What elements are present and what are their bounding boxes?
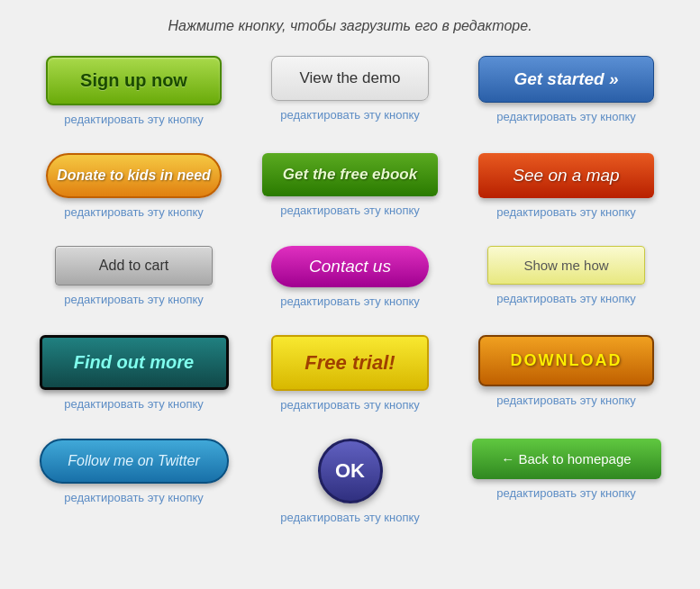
signup-button[interactable]: Sign up now: [46, 56, 222, 105]
edit-back-link[interactable]: редактировать эту кнопку: [496, 486, 636, 500]
edit-signup-link[interactable]: редактировать эту кнопку: [64, 113, 204, 126]
edit-contact-link[interactable]: редактировать эту кнопку: [280, 294, 420, 308]
ebook-button[interactable]: Get the free ebook: [262, 153, 438, 196]
cell-map: See on a map редактировать эту кнопку: [468, 153, 666, 219]
cell-freetrial: Free trial! редактировать эту кнопку: [251, 335, 450, 412]
donate-button[interactable]: Donate to kids in need: [46, 153, 222, 198]
freetrial-button[interactable]: Free trial!: [271, 335, 429, 391]
edit-map-link[interactable]: редактировать эту кнопку: [496, 205, 636, 219]
cell-twitter: Follow me on Twitter редактировать эту к…: [35, 439, 233, 524]
demo-button[interactable]: View the demo: [271, 56, 429, 101]
findout-button[interactable]: Find out more: [40, 335, 229, 390]
contact-button[interactable]: Contact us: [271, 246, 429, 287]
cell-download: DOWNLOAD редактировать эту кнопку: [468, 335, 666, 412]
cell-cart: Add to cart редактировать эту кнопку: [35, 246, 233, 308]
edit-demo-link[interactable]: редактировать эту кнопку: [280, 108, 420, 122]
button-grid: Sign up now редактировать эту кнопку Vie…: [17, 56, 684, 524]
twitter-button[interactable]: Follow me on Twitter: [40, 439, 229, 484]
cart-button[interactable]: Add to cart: [55, 246, 213, 285]
edit-getstarted-link[interactable]: редактировать эту кнопку: [496, 110, 636, 123]
edit-donate-link[interactable]: редактировать эту кнопку: [64, 205, 204, 219]
getstarted-button[interactable]: Get started »: [478, 56, 654, 103]
edit-cart-link[interactable]: редактировать эту кнопку: [64, 293, 204, 306]
cell-show: Show me how редактировать эту кнопку: [468, 246, 666, 308]
edit-show-link[interactable]: редактировать эту кнопку: [496, 292, 636, 305]
cell-back: ← Back to homepage редактировать эту кно…: [468, 439, 666, 524]
map-button[interactable]: See on a map: [478, 153, 654, 198]
edit-ok-link[interactable]: редактировать эту кнопку: [280, 511, 420, 524]
show-button[interactable]: Show me how: [487, 246, 645, 285]
edit-twitter-link[interactable]: редактировать эту кнопку: [64, 491, 204, 504]
cell-getstarted: Get started » редактировать эту кнопку: [468, 56, 666, 126]
edit-findout-link[interactable]: редактировать эту кнопку: [64, 397, 204, 411]
cell-signup: Sign up now редактировать эту кнопку: [35, 56, 233, 126]
cell-ok: OK редактировать эту кнопку: [251, 439, 450, 524]
cell-findout: Find out more редактировать эту кнопку: [35, 335, 233, 412]
page-instruction: Нажмите кнопку, чтобы загрузить его в ре…: [168, 18, 532, 34]
edit-download-link[interactable]: редактировать эту кнопку: [496, 394, 636, 407]
cell-donate: Donate to kids in need редактировать эту…: [35, 153, 233, 219]
cell-demo: View the demo редактировать эту кнопку: [251, 56, 450, 126]
cell-ebook: Get the free ebook редактировать эту кно…: [251, 153, 450, 219]
edit-freetrial-link[interactable]: редактировать эту кнопку: [280, 398, 420, 412]
ok-button[interactable]: OK: [318, 439, 383, 503]
download-button[interactable]: DOWNLOAD: [478, 335, 654, 386]
back-button[interactable]: ← Back to homepage: [472, 439, 661, 479]
edit-ebook-link[interactable]: редактировать эту кнопку: [280, 204, 420, 217]
cell-contact: Contact us редактировать эту кнопку: [251, 246, 450, 308]
